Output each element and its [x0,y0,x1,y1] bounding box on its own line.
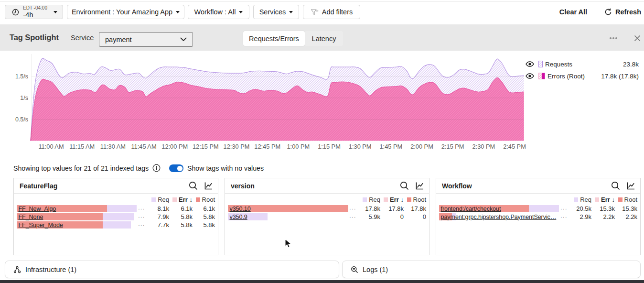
root-value: 2.2k [609,213,637,220]
caret-down-icon [54,11,57,13]
chart-icon[interactable] [626,181,635,190]
err-swatch [384,197,388,202]
eye-icon[interactable] [526,61,534,67]
errors-swatch [538,73,545,79]
legend-requests-value: 23.8k [623,61,639,68]
req-swatch [363,197,367,202]
environment-filter-button[interactable]: Environment : Your Amazing App [67,5,184,19]
req-swatch [574,197,578,202]
clear-all-button[interactable]: Clear All [558,5,589,19]
y-axis-label: 1/s [20,95,28,101]
x-axis-label: 2:00 PM [410,143,433,150]
tag-panel-title: FeatureFlag [20,182,57,190]
column-err[interactable]: Err ↓ [172,196,193,203]
tag-row: v350.9···5.9k00 [225,213,429,220]
req-bar [107,205,137,212]
x-axis-label: 12:15 PM [193,143,219,150]
time-picker-button[interactable]: EDT -04:00 -4h [5,5,63,19]
tab-requests-errors-label: Requests/Errors [249,35,299,43]
search-icon[interactable] [611,181,620,190]
search-icon[interactable] [400,181,409,190]
refresh-button[interactable]: Refresh [604,5,641,19]
root-value: 6.1k [186,205,215,212]
logs-label: Logs (1) [363,266,388,273]
x-axis-label: 1:15 PM [318,143,341,150]
x-axis-label: 2:30 PM [472,143,495,150]
req-swatch [151,197,156,202]
refresh-icon [604,8,612,16]
services-filter-label: Services [259,8,286,16]
tag-value-link[interactable]: payment:grpc.hipstershop.PaymentServic… [441,214,557,220]
tab-latency-label: Latency [312,35,336,43]
logs-expander-button[interactable]: Logs (1) [342,261,641,278]
search-icon[interactable] [189,181,198,190]
tag-panel-title: Workflow [442,182,472,190]
x-axis-label: 12:00 PM [161,143,188,150]
infrastructure-label: Infrastructure (1) [25,266,76,273]
tag-row: payment:grpc.hipstershop.PaymentServic…·… [436,213,640,220]
req-bar [103,213,134,220]
column-root: Root [407,196,426,203]
tag-panel-version: versionReqErr ↓Rootv350.10···17.8k17.8k1… [225,178,429,255]
eye-icon[interactable] [526,73,534,79]
tag-panel-header: Workflow [436,178,640,194]
more-options-button[interactable] [605,30,622,47]
tag-row: FF_New_Algo···8.1k6.1k6.1k [14,205,218,212]
tag-value-link[interactable]: FF_Super_Mode [19,222,63,229]
tag-value-link[interactable]: FF_New_Algo [19,206,56,212]
column-err[interactable]: Err ↓ [384,196,404,203]
tag-panel-workflow: WorkflowReqErr ↓Rootfrontend:/cart/check… [436,178,641,255]
tag-row: FF_Super_Mode···7.7k5.8k5.8k [14,221,218,229]
err-swatch [595,197,599,202]
chart-mode-tabs: Requests/Errors Latency [243,31,343,46]
time-range-label: -4h [23,11,47,18]
root-value: 5.8k [186,221,215,229]
tag-panel-header: version [225,178,429,194]
top-hairline [0,1,644,1]
infrastructure-expander-button[interactable]: Infrastructure (1) [5,261,339,278]
chevron-down-icon [180,37,187,42]
root-swatch [196,197,200,202]
chart-icon[interactable] [415,181,424,190]
info-icon[interactable] [152,164,161,174]
tag-row: v350.10···17.8k17.8k17.8k [225,205,429,212]
time-zone-label: EDT -04:00 [23,6,47,11]
legend-requests-label: Requests [545,61,572,68]
column-req: Req [363,196,380,203]
requests-swatch [538,61,543,67]
toggle-knob [177,165,183,172]
tag-value-link[interactable]: frontend:/cart/checkout [441,206,501,212]
legend-errors-label: Errors (Root) [547,73,585,80]
chart-icon[interactable] [204,181,213,190]
add-filters-button[interactable]: Add filters [303,5,360,19]
tag-column-headers: ReqErr ↓Root [436,196,640,203]
service-select[interactable]: payment [99,32,193,47]
err-swatch [172,197,177,202]
x-axis-label: 12:45 PM [254,143,280,150]
column-root: Root [618,196,637,203]
x-axis-label: 11:15 AM [69,143,95,150]
workflow-filter-button[interactable]: Workflow : All [188,5,249,19]
caret-down-icon [239,11,243,13]
tags-summary-text: Showing top values for 21 of 21 indexed … [13,164,149,172]
tab-latency[interactable]: Latency [305,31,343,46]
infrastructure-icon [13,266,21,273]
tag-value-link[interactable]: v350.10 [230,206,251,212]
root-swatch [618,197,623,202]
clock-icon [12,9,19,16]
close-button[interactable] [630,31,644,45]
tag-panel-header: FeatureFlag [14,178,218,194]
service-select-value: payment [105,36,132,44]
legend-errors-value: 17.8k (17.8k) [601,73,639,80]
x-axis-label: 2:45 PM [503,143,526,150]
workflow-filter-label: Workflow : All [194,8,236,16]
x-axis-label: 1:00 PM [287,143,310,150]
x-axis-label: 11:45 AM [131,143,156,150]
services-filter-button[interactable]: Services [253,5,299,19]
tab-requests-errors[interactable]: Requests/Errors [243,31,305,46]
column-err[interactable]: Err ↓ [595,196,615,203]
show-tags-toggle[interactable] [169,164,183,172]
x-axis-label: 11:00 AM [38,143,64,150]
tag-value-link[interactable]: FF_None [19,214,43,220]
tag-value-link[interactable]: v350.9 [230,214,247,220]
